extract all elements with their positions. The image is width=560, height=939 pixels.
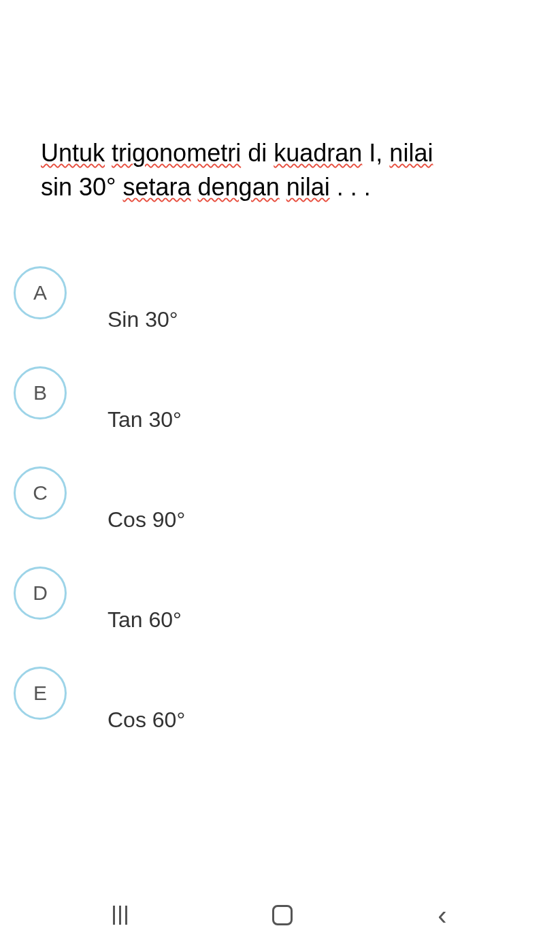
question-word: I, [369, 139, 382, 167]
question-word: trigonometri [112, 139, 241, 167]
question-word: . . . [337, 173, 371, 201]
question-word: setara [122, 173, 191, 201]
option-letter-circle: C [14, 466, 67, 520]
question-text: Untuk trigonometri di kuadran I, nilai s… [41, 136, 519, 205]
option-text: Tan 30° [108, 407, 182, 432]
option-text: Cos 60° [108, 707, 185, 733]
options-list: A Sin 30° B Tan 30° C Cos 90° D Tan 60° … [41, 266, 519, 733]
option-e[interactable]: E Cos 60° [41, 667, 519, 733]
option-d[interactable]: D Tan 60° [41, 567, 519, 633]
content-area: Untuk trigonometri di kuadran I, nilai s… [0, 0, 560, 733]
option-c[interactable]: C Cos 90° [41, 466, 519, 532]
question-word: di [248, 139, 267, 167]
navigation-bar: ‹ [0, 891, 560, 939]
option-letter-circle: B [14, 366, 67, 419]
question-word: nilai [286, 173, 330, 201]
question-word: sin 30° [41, 173, 122, 201]
question-word: dengan [198, 173, 280, 201]
question-word: Untuk [41, 139, 105, 167]
home-button[interactable] [272, 905, 293, 925]
back-button[interactable]: ‹ [438, 900, 446, 931]
option-text: Sin 30° [108, 307, 178, 332]
option-text: Tan 60° [108, 607, 182, 633]
option-letter-circle: D [14, 567, 67, 620]
question-word: nilai [389, 139, 433, 167]
option-letter-circle: E [14, 667, 67, 720]
option-letter-circle: A [14, 266, 67, 319]
recent-apps-button[interactable] [113, 906, 127, 925]
option-text: Cos 90° [108, 507, 185, 532]
question-word: kuadran [274, 139, 362, 167]
option-a[interactable]: A Sin 30° [41, 266, 519, 332]
option-b[interactable]: B Tan 30° [41, 366, 519, 432]
